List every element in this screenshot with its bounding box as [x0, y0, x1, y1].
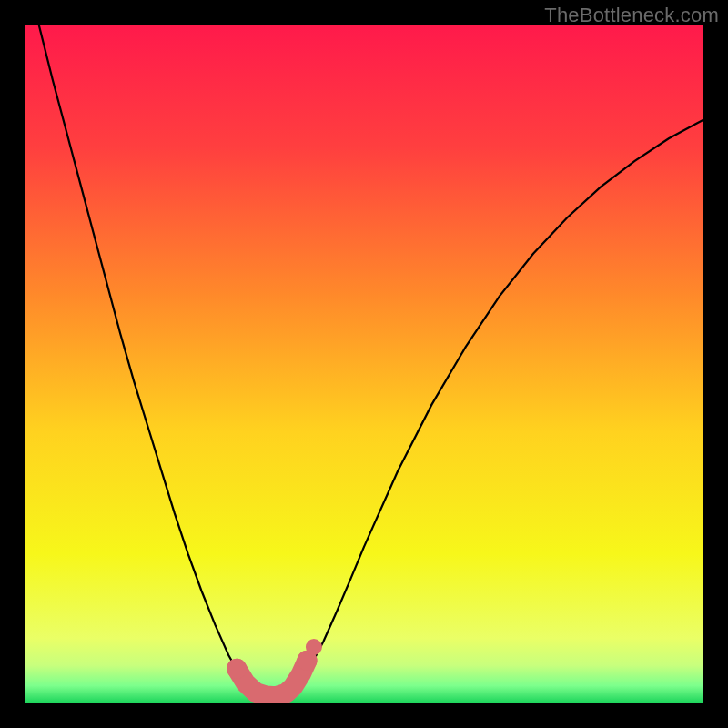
highlight-bead	[306, 639, 322, 655]
chart-frame: TheBottleneck.com	[0, 0, 728, 728]
bottleneck-chart	[25, 25, 703, 703]
watermark-text: TheBottleneck.com	[544, 4, 719, 27]
gradient-background	[25, 25, 703, 703]
plot-area	[25, 25, 703, 703]
highlight-end-dot	[227, 659, 247, 679]
